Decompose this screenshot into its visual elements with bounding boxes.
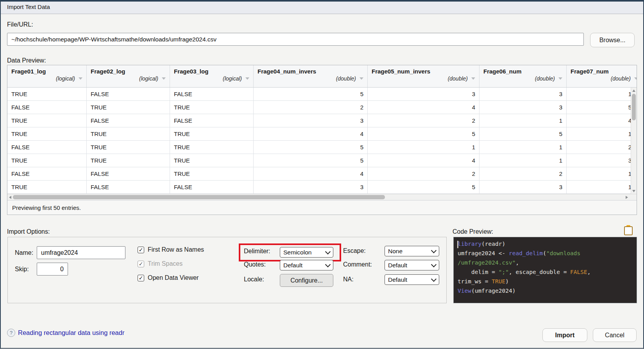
table-row: TRUEFALSEFALSE5331 xyxy=(7,88,637,101)
code-preview-box: library(readr)umfrage2024 <- read_delim(… xyxy=(453,237,637,303)
checkbox-icon[interactable]: ✓ xyxy=(138,275,144,281)
help-link[interactable]: Reading rectangular data using readr xyxy=(18,329,124,336)
horizontal-scrollbar-thumb[interactable] xyxy=(13,195,385,199)
quotes-value: Default xyxy=(283,262,302,269)
vertical-scrollbar-thumb[interactable] xyxy=(632,94,636,120)
code-preview-label: Code Preview: xyxy=(453,228,493,235)
escape-value: None xyxy=(388,248,402,255)
column-menu-icon[interactable] xyxy=(245,77,249,80)
table-cell: FALSE xyxy=(87,181,170,194)
table-cell: 1 xyxy=(479,141,567,154)
table-cell: 1 xyxy=(567,127,637,141)
preview-header-row: Frage01_log(logical)Frage02_log(logical)… xyxy=(7,65,637,88)
na-select[interactable]: Default xyxy=(385,274,439,285)
column-header[interactable]: Frage04_num_invers(double) xyxy=(254,65,368,87)
chevron-down-icon xyxy=(431,261,436,267)
code-token-plain: , xyxy=(587,269,591,275)
table-cell: 2 xyxy=(567,141,637,154)
table-cell: TRUE xyxy=(87,141,170,154)
import-button[interactable]: Import xyxy=(542,328,587,342)
column-menu-icon[interactable] xyxy=(79,77,82,80)
column-header[interactable]: Frage06_num(double) xyxy=(479,65,567,87)
code-token-plain: trim_ws = xyxy=(458,278,492,285)
code-line: delim = ";", escape_double = FALSE, xyxy=(458,267,633,277)
column-name: Frage03_log xyxy=(174,68,249,75)
skip-input[interactable] xyxy=(37,263,68,276)
escape-select[interactable]: None xyxy=(385,246,439,256)
table-cell: 3 xyxy=(254,181,368,194)
checkbox-icon[interactable]: ✓ xyxy=(138,247,144,253)
table-cell: 5 xyxy=(368,127,479,141)
table-cell: TRUE xyxy=(7,114,87,127)
column-menu-icon[interactable] xyxy=(558,77,562,80)
table-cell: 3 xyxy=(479,101,567,114)
table-row: FALSEFALSETRUE4221 xyxy=(7,167,637,181)
file-url-input[interactable] xyxy=(7,33,584,46)
code-token-lit: TRUE xyxy=(492,278,505,285)
comment-value: Default xyxy=(388,262,407,269)
code-line: /umfrage2024.csv", xyxy=(458,258,633,267)
trim-spaces-checkbox[interactable]: ✓Trim Spaces xyxy=(138,260,182,267)
table-cell: TRUE xyxy=(87,101,170,114)
scroll-left-icon[interactable] xyxy=(9,196,11,199)
code-line: library(readr) xyxy=(458,239,633,249)
column-menu-icon[interactable] xyxy=(634,77,637,80)
column-header[interactable]: Frage02_log(logical) xyxy=(87,65,170,87)
vertical-scrollbar[interactable] xyxy=(631,88,637,194)
help-icon[interactable]: ? xyxy=(7,329,15,337)
column-menu-icon[interactable] xyxy=(360,77,363,80)
name-input[interactable] xyxy=(37,246,125,259)
cancel-button[interactable]: Cancel xyxy=(593,328,637,342)
column-menu-icon[interactable] xyxy=(471,77,475,80)
column-menu-icon[interactable] xyxy=(162,77,166,80)
table-cell: TRUE xyxy=(170,167,254,181)
table-cell: 4 xyxy=(368,101,479,114)
table-cell: 1 xyxy=(479,114,567,127)
horizontal-scrollbar[interactable] xyxy=(7,194,637,200)
dialog-title-bar: Import Text Data xyxy=(0,0,644,14)
code-token-plain: (umfrage2024) xyxy=(471,288,516,294)
copy-to-clipboard-icon[interactable] xyxy=(624,225,633,235)
table-cell: TRUE xyxy=(170,101,254,114)
code-token-plain: , xyxy=(515,260,519,266)
code-token-str: ";" xyxy=(499,269,509,275)
open-data-viewer-checkbox[interactable]: ✓Open Data Viewer xyxy=(138,274,199,281)
data-preview-label: Data Preview: xyxy=(7,57,46,64)
column-name: Frage02_log xyxy=(91,68,166,75)
column-header[interactable]: Frage05_num_invers(double) xyxy=(368,65,479,87)
delimiter-select[interactable]: Semicolon xyxy=(280,247,333,258)
scroll-down-icon[interactable] xyxy=(632,190,635,192)
code-token-plain: ) xyxy=(505,278,509,285)
column-header[interactable]: Frage03_log(logical) xyxy=(170,65,254,87)
table-cell: TRUE xyxy=(7,181,87,194)
configure-button-label: Configure... xyxy=(290,277,323,284)
table-cell: 5 xyxy=(254,141,368,154)
table-row: TRUETRUETRUE5413 xyxy=(7,154,637,167)
column-type-row: (double) xyxy=(483,75,562,82)
cancel-button-label: Cancel xyxy=(605,332,624,339)
column-type-row: (logical) xyxy=(11,75,82,82)
quotes-label: Quotes: xyxy=(244,261,266,268)
scroll-up-icon[interactable] xyxy=(632,89,635,92)
first-row-as-names-checkbox[interactable]: ✓First Row as Names xyxy=(138,246,204,253)
scroll-right-icon[interactable] xyxy=(626,196,628,199)
column-type-row: (logical) xyxy=(91,75,166,82)
browse-button[interactable]: Browse... xyxy=(590,33,635,47)
table-cell: FALSE xyxy=(170,88,254,101)
checkbox-icon[interactable]: ✓ xyxy=(138,261,144,267)
code-line: trim_ws = TRUE) xyxy=(458,277,633,286)
column-header[interactable]: Frage01_log(logical) xyxy=(7,65,87,87)
column-type: (logical) xyxy=(56,75,75,82)
locale-configure-button[interactable]: Configure... xyxy=(280,274,333,287)
column-name: Frage07_num xyxy=(571,68,633,75)
browse-button-label: Browse... xyxy=(599,37,626,44)
column-type: (double) xyxy=(535,75,555,82)
code-token-plain: (readr) xyxy=(481,241,505,247)
table-row: TRUEFALSEFALSE3531 xyxy=(7,181,637,194)
skip-label: Skip: xyxy=(15,266,29,273)
comment-select[interactable]: Default xyxy=(385,260,439,270)
table-cell: 2 xyxy=(368,167,479,181)
column-header[interactable]: Frage07_num(double) xyxy=(567,65,637,87)
comment-label: Comment: xyxy=(343,261,372,268)
quotes-select[interactable]: Default xyxy=(280,260,333,270)
